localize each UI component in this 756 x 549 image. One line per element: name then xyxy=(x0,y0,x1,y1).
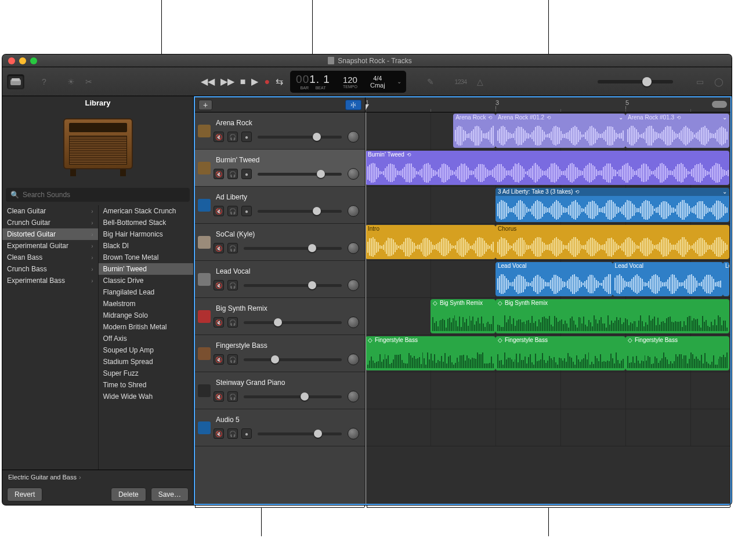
mute-button[interactable]: 🔇 xyxy=(214,428,224,439)
settings-icon[interactable]: ☀ xyxy=(64,77,78,86)
region[interactable]: ◇ Big Synth Remix xyxy=(495,299,729,333)
library-item[interactable]: Brown Tone Metal xyxy=(99,252,194,263)
mute-button[interactable]: 🔇 xyxy=(214,243,224,253)
track-header[interactable]: Steinway Grand Piano🔇🎧 xyxy=(195,372,365,409)
track-name[interactable]: Fingerstyle Bass xyxy=(214,341,363,350)
minimize-button[interactable] xyxy=(19,57,26,64)
track-lane[interactable]: IntroChorus xyxy=(366,224,730,261)
quick-help-button[interactable]: ? xyxy=(38,77,50,86)
pan-knob[interactable] xyxy=(348,279,359,291)
region[interactable]: Lead Vocal xyxy=(613,262,723,296)
track-name[interactable]: Arena Rock xyxy=(214,119,363,127)
master-volume-knob[interactable] xyxy=(642,77,652,86)
ruler[interactable]: 1357911 xyxy=(366,97,730,112)
master-volume-slider[interactable] xyxy=(598,80,673,83)
record-enable-button[interactable]: ● xyxy=(241,169,252,179)
library-column-categories[interactable]: Clean Guitar›Crunch Guitar›Distorted Gui… xyxy=(2,205,98,470)
track-name[interactable]: Burnin' Tweed xyxy=(214,156,363,164)
solo-button[interactable]: 🎧 xyxy=(227,206,238,216)
pan-knob[interactable] xyxy=(348,391,359,402)
add-track-button[interactable]: + xyxy=(198,100,212,110)
solo-button[interactable]: 🎧 xyxy=(227,354,238,365)
track-header[interactable]: Audio 5🔇🎧● xyxy=(195,409,365,446)
library-item[interactable]: Distorted Guitar› xyxy=(2,228,98,240)
note-icon[interactable]: ✎ xyxy=(424,77,437,86)
record-enable-button[interactable]: ● xyxy=(241,206,252,216)
library-item[interactable]: Clean Bass› xyxy=(2,252,98,263)
track-name[interactable]: SoCal (Kyle) xyxy=(214,230,363,238)
delete-button[interactable]: Delete xyxy=(111,488,146,501)
lcd-menu-chevron[interactable]: ⌄ xyxy=(395,78,404,85)
track-header[interactable]: Lead Vocal🔇🎧 xyxy=(195,261,365,298)
solo-button[interactable]: 🎧 xyxy=(227,132,238,142)
metronome-icon[interactable]: △ xyxy=(473,77,487,86)
library-item[interactable]: Experimental Bass› xyxy=(2,275,98,286)
solo-button[interactable]: 🎧 xyxy=(227,169,238,179)
track-lane[interactable]: Lead VocalLead VocalLead xyxy=(366,261,730,298)
library-item[interactable]: American Stack Crunch xyxy=(99,205,194,217)
solo-button[interactable]: 🎧 xyxy=(227,428,238,439)
track-lane[interactable] xyxy=(366,372,730,409)
region[interactable]: ◇ Fingerstyle Bass xyxy=(366,336,495,370)
library-item[interactable]: Classic Drive xyxy=(99,275,194,286)
pan-knob[interactable] xyxy=(348,242,359,254)
zoom-handle[interactable] xyxy=(712,101,727,108)
notepad-icon[interactable]: ▭ xyxy=(693,77,707,86)
expand-icon[interactable]: ⌄ xyxy=(722,114,727,121)
library-item[interactable]: Modern British Metal xyxy=(99,321,194,333)
library-item[interactable]: Crunch Guitar› xyxy=(2,217,98,228)
library-item[interactable]: Bell-Bottomed Stack xyxy=(99,217,194,228)
region[interactable]: ◇ Fingerstyle Bass xyxy=(495,336,625,370)
region[interactable]: 3 Ad Liberty: Take 3 (3 takes) ⟲⌄ xyxy=(495,188,729,222)
track-name[interactable]: Big Synth Remix xyxy=(214,304,363,312)
revert-button[interactable]: Revert xyxy=(7,488,42,501)
track-lane[interactable]: ◇ Fingerstyle Bass◇ Fingerstyle Bass◇ Fi… xyxy=(366,335,730,372)
track-name[interactable]: Lead Vocal xyxy=(214,267,363,275)
track-header[interactable]: SoCal (Kyle)🔇🎧 xyxy=(195,224,365,261)
pan-knob[interactable] xyxy=(348,428,359,439)
library-item[interactable]: Midrange Solo xyxy=(99,310,194,321)
library-item[interactable]: Super Fuzz xyxy=(99,368,194,379)
cycle-button[interactable]: ⇆ xyxy=(276,76,283,87)
solo-button[interactable]: 🎧 xyxy=(227,391,238,402)
library-item[interactable]: Wide Wide Wah xyxy=(99,391,194,402)
track-lane[interactable]: Arena Rock ⟲Arena Rock #01.2 ⟲⌄Arena Roc… xyxy=(366,112,730,150)
track-name[interactable]: Ad Liberty xyxy=(214,193,363,201)
library-item[interactable]: Experimental Guitar› xyxy=(2,240,98,252)
mute-button[interactable]: 🔇 xyxy=(214,391,224,402)
record-enable-button[interactable]: ● xyxy=(241,132,252,142)
solo-button[interactable]: 🎧 xyxy=(227,317,238,328)
mute-button[interactable]: 🔇 xyxy=(214,317,224,328)
loops-icon[interactable]: ◯ xyxy=(711,77,727,86)
mute-button[interactable]: 🔇 xyxy=(214,280,224,290)
volume-slider[interactable] xyxy=(244,395,342,398)
library-item[interactable]: Time to Shred xyxy=(99,379,194,391)
library-item[interactable]: Stadium Spread xyxy=(99,356,194,368)
track-name[interactable]: Audio 5 xyxy=(214,416,363,424)
pan-knob[interactable] xyxy=(348,168,359,180)
library-item[interactable]: Big Hair Harmonics xyxy=(99,228,194,240)
count-in-button[interactable]: 1234 xyxy=(451,78,470,85)
arrange-area[interactable]: 1357911 Arena Rock ⟲Arena Rock #01.2 ⟲⌄A… xyxy=(366,97,730,504)
mute-button[interactable]: 🔇 xyxy=(214,206,224,216)
stop-button[interactable]: ■ xyxy=(240,77,246,87)
track-header[interactable]: Burnin' Tweed🔇🎧● xyxy=(195,150,365,187)
pan-knob[interactable] xyxy=(348,354,359,365)
track-header[interactable]: Ad Liberty🔇🎧● xyxy=(195,187,365,224)
scissors-icon[interactable]: ✂ xyxy=(82,77,96,86)
record-button[interactable]: ● xyxy=(264,77,270,87)
region[interactable]: Burnin' Tweed ⟲ xyxy=(366,151,729,185)
play-button[interactable]: ▶ xyxy=(251,76,258,87)
track-header[interactable]: Fingerstyle Bass🔇🎧 xyxy=(195,335,365,372)
volume-slider[interactable] xyxy=(258,136,342,139)
track-header[interactable]: Big Synth Remix🔇🎧 xyxy=(195,298,365,335)
lcd-display[interactable]: 001. 1 BAR BEAT 120 TEMPO 4/4 Cmaj ⌄ xyxy=(290,71,406,93)
library-item[interactable]: Maelstrom xyxy=(99,298,194,310)
solo-button[interactable]: 🎧 xyxy=(227,243,238,253)
library-toggle-button[interactable] xyxy=(7,74,24,89)
volume-slider[interactable] xyxy=(244,247,342,250)
region[interactable]: Lead xyxy=(723,262,729,296)
library-item[interactable]: Off Axis xyxy=(99,333,194,344)
region[interactable]: Lead Vocal xyxy=(495,262,613,296)
close-button[interactable] xyxy=(8,57,15,64)
